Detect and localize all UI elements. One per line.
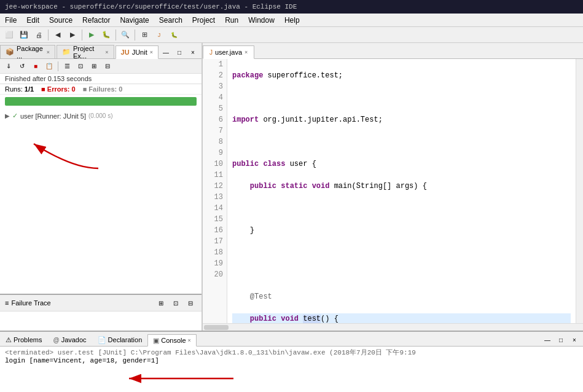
- tab-problems-label: Problems: [14, 336, 42, 343]
- trace-btn-2[interactable]: ⊡: [170, 297, 182, 309]
- tab-console[interactable]: ▣ Console ×: [147, 334, 197, 347]
- tab-console-close[interactable]: ×: [188, 337, 191, 343]
- vertical-scrollbar[interactable]: [576, 59, 583, 323]
- h-scroll-thumb[interactable]: [204, 325, 229, 330]
- junit-pass-icon: ✓: [12, 112, 18, 120]
- trace-btn-3[interactable]: ⊟: [184, 297, 197, 309]
- java-file-icon: J: [209, 49, 213, 56]
- bottom-panel-maximize[interactable]: □: [555, 334, 567, 346]
- code-content[interactable]: package superoffice.test; import org.jun…: [227, 59, 576, 323]
- toolbar-sep-4: [135, 29, 135, 41]
- editor-tab-close[interactable]: ×: [245, 49, 248, 55]
- console-icon: ▣: [153, 337, 159, 345]
- ln-6: 6≡: [206, 114, 223, 125]
- tab-declaration[interactable]: 📄 Declaration: [92, 334, 148, 346]
- bottom-panel: ⚠ Problems @ Javadoc 📄 Declaration ▣ Con…: [0, 331, 583, 392]
- main-layout: 📦 Package ... × 📁 Project Ex... × JU JUn…: [0, 43, 583, 392]
- panel-close-btn[interactable]: ×: [187, 46, 199, 58]
- tab-javadoc-label: Javadoc: [61, 336, 87, 343]
- editor-tab-user-java[interactable]: J user.java ×: [203, 45, 254, 59]
- failure-trace: ≡ Failure Trace ⊞ ⊡ ⊟: [0, 294, 202, 331]
- toolbar-btn-back[interactable]: ◀: [51, 28, 65, 42]
- toolbar-btn-java[interactable]: J: [152, 28, 166, 42]
- code-line-11: @Test: [232, 291, 571, 302]
- menu-file[interactable]: File: [0, 14, 22, 26]
- panel-minimize-btn[interactable]: —: [160, 46, 172, 58]
- tree-item-user[interactable]: ▶ ✓ user [Runner: JUnit 5] (0.000 s): [0, 111, 202, 121]
- progress-bar-fill: [5, 97, 197, 106]
- layout-btn[interactable]: ⊡: [74, 60, 87, 73]
- tab-project-explorer[interactable]: 📁 Project Ex... ×: [57, 45, 114, 58]
- menu-project[interactable]: Project: [187, 14, 220, 26]
- tab-project-close[interactable]: ×: [105, 49, 108, 55]
- menu-refactor[interactable]: Refactor: [77, 14, 115, 26]
- horizontal-scrollbar[interactable]: [203, 323, 583, 331]
- left-panel-toolbar: ⇓ ↺ ■ 📋 ☰ ⊡ ⊞ ⊟: [0, 59, 202, 74]
- progress-bar-container: [5, 97, 197, 106]
- toolbar-btn-forward[interactable]: ▶: [66, 28, 79, 42]
- red-arrow-left: [6, 125, 104, 174]
- ln-19: 19: [206, 258, 223, 269]
- left-tabs-row: 📦 Package ... × 📁 Project Ex... × JU JUn…: [0, 43, 202, 59]
- ln-5: 5: [206, 103, 223, 114]
- toolbar-btn-run[interactable]: ▶: [85, 28, 98, 42]
- rerun-btn[interactable]: ↺: [16, 60, 28, 73]
- toolbar-btn-debug2[interactable]: 🐛: [167, 28, 181, 42]
- expand-btn[interactable]: ⊞: [88, 60, 100, 73]
- console-terminated-text: <terminated> user.test [JUnit] C:\Progra…: [5, 349, 416, 356]
- toolbar-btn-search[interactable]: 🔍: [119, 28, 132, 42]
- menu-help[interactable]: Help: [280, 14, 305, 26]
- ln-12: 12: [206, 181, 223, 192]
- title-bar: jee-workspace - superoffice/src/superoff…: [0, 0, 583, 14]
- tab-project-label: Project Ex...: [73, 45, 103, 60]
- scroll-lock-btn[interactable]: ⇓: [2, 60, 15, 73]
- tab-declaration-label: Declaration: [108, 336, 143, 343]
- ln-8: 8: [206, 136, 223, 147]
- tab-package-label: Package ...: [17, 45, 44, 60]
- collapse-btn[interactable]: ⊟: [101, 60, 114, 73]
- title-text: jee-workspace - superoffice/src/superoff…: [5, 3, 297, 10]
- code-area: 1 2 3 4 5 6≡ 7 8 9 10 11≡ 12 13 14 15 16: [203, 59, 583, 323]
- content-area: 📦 Package ... × 📁 Project Ex... × JU JUn…: [0, 43, 583, 331]
- trace-btn-1[interactable]: ⊞: [155, 297, 167, 309]
- runs-label: Runs: 1/1: [5, 85, 34, 93]
- problems-icon: ⚠: [6, 336, 12, 344]
- bottom-tabs-row: ⚠ Problems @ Javadoc 📄 Declaration ▣ Con…: [0, 332, 583, 347]
- code-line-5: public class user {: [232, 159, 571, 170]
- tree-time-user: (0.000 s): [88, 112, 112, 119]
- tab-problems[interactable]: ⚠ Problems: [0, 334, 47, 346]
- ln-15: 15: [206, 214, 223, 225]
- ln-1: 1: [206, 59, 223, 70]
- javadoc-icon: @: [53, 337, 59, 343]
- tab-junit-close[interactable]: ×: [150, 49, 153, 55]
- failure-trace-header: ≡ Failure Trace ⊞ ⊡ ⊟: [0, 295, 202, 312]
- menu-run[interactable]: Run: [220, 14, 243, 26]
- toolbar-btn-debug[interactable]: 🐛: [100, 28, 113, 42]
- failure-trace-label: Failure Trace: [11, 299, 50, 307]
- stop-btn[interactable]: ■: [29, 60, 42, 73]
- menu-source[interactable]: Source: [44, 14, 77, 26]
- tab-javadoc[interactable]: @ Javadoc: [47, 334, 92, 346]
- menu-edit[interactable]: Edit: [22, 14, 44, 26]
- junit-icon: JU: [121, 49, 130, 56]
- tab-console-label: Console: [161, 337, 186, 344]
- menu-window[interactable]: Window: [243, 14, 280, 26]
- tab-package[interactable]: 📦 Package ... ×: [0, 45, 55, 58]
- bottom-panel-close[interactable]: ×: [568, 334, 581, 346]
- toolbar-btn-perspective[interactable]: ⊞: [138, 28, 151, 42]
- panel-maximize-btn[interactable]: □: [173, 46, 186, 58]
- history-btn[interactable]: 📋: [43, 60, 55, 73]
- filter-btn[interactable]: ☰: [61, 60, 73, 73]
- left-panel: 📦 Package ... × 📁 Project Ex... × JU JUn…: [0, 43, 203, 331]
- menu-navigate[interactable]: Navigate: [115, 14, 154, 26]
- toolbar-btn-new[interactable]: ⬜: [2, 28, 16, 42]
- bottom-panel-minimize[interactable]: —: [541, 334, 554, 346]
- tab-package-close[interactable]: ×: [47, 49, 50, 55]
- toolbar-btn-print[interactable]: 🖨: [32, 28, 45, 42]
- menu-search[interactable]: Search: [154, 14, 187, 26]
- code-line-10: [232, 269, 571, 280]
- toolbar-btn-save[interactable]: 💾: [17, 28, 31, 42]
- console-terminated-line: <terminated> user.test [JUnit] C:\Progra…: [5, 348, 578, 357]
- tab-junit[interactable]: JU JUnit ×: [115, 45, 158, 59]
- failures-label: ■ Failures: 0: [83, 85, 123, 93]
